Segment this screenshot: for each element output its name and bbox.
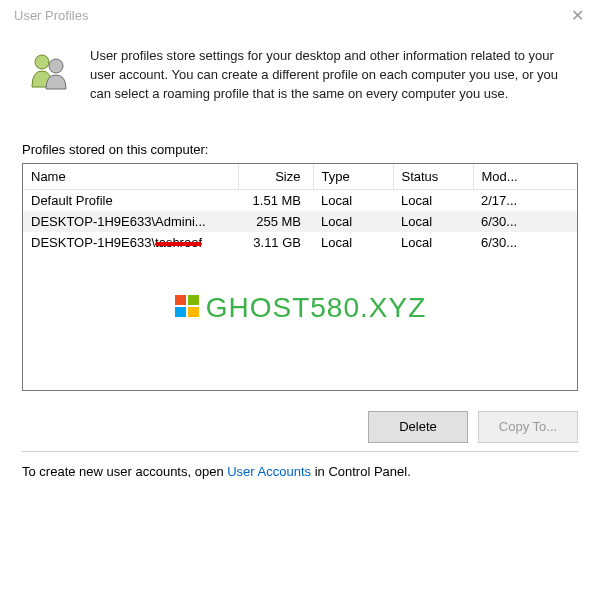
cell-type: Local xyxy=(313,189,393,211)
copy-to-button[interactable]: Copy To... xyxy=(478,411,578,443)
svg-rect-2 xyxy=(175,295,186,305)
cell-name: Default Profile xyxy=(23,189,238,211)
column-header-modified[interactable]: Mod... xyxy=(473,164,577,190)
column-header-type[interactable]: Type xyxy=(313,164,393,190)
cell-modified: 2/17... xyxy=(473,189,577,211)
table-header-row: Name Size Type Status Mod... xyxy=(23,164,577,190)
cell-name-prefix: DESKTOP-1H9E633\ xyxy=(31,235,155,250)
table-row[interactable]: DESKTOP-1H9E633\tashroof 3.11 GB Local L… xyxy=(23,232,577,253)
svg-point-0 xyxy=(35,55,49,69)
profiles-table-container: Name Size Type Status Mod... Default Pro… xyxy=(22,163,578,391)
user-accounts-link[interactable]: User Accounts xyxy=(227,464,311,479)
redacted-username: tashroof xyxy=(155,235,202,250)
svg-rect-3 xyxy=(188,295,199,305)
cell-size: 1.51 MB xyxy=(238,189,313,211)
section-label: Profiles stored on this computer: xyxy=(22,142,578,157)
cell-modified: 6/30... xyxy=(473,211,577,232)
cell-name: DESKTOP-1H9E633\Admini... xyxy=(23,211,238,232)
cell-size: 255 MB xyxy=(238,211,313,232)
description-text: User profiles store settings for your de… xyxy=(90,47,574,104)
cell-size: 3.11 GB xyxy=(238,232,313,253)
button-row: Delete Copy To... xyxy=(22,411,578,443)
table-row[interactable]: DESKTOP-1H9E633\Admini... 255 MB Local L… xyxy=(23,211,577,232)
cell-type: Local xyxy=(313,232,393,253)
column-header-status[interactable]: Status xyxy=(393,164,473,190)
cell-status: Local xyxy=(393,189,473,211)
dialog-content: User profiles store settings for your de… xyxy=(0,29,600,491)
cell-type: Local xyxy=(313,211,393,232)
intro-section: User profiles store settings for your de… xyxy=(22,39,578,124)
cell-modified: 6/30... xyxy=(473,232,577,253)
delete-button[interactable]: Delete xyxy=(368,411,468,443)
titlebar: User Profiles ✕ xyxy=(0,0,600,29)
footer-suffix: in Control Panel. xyxy=(311,464,411,479)
cell-status: Local xyxy=(393,232,473,253)
divider xyxy=(22,451,578,452)
svg-rect-5 xyxy=(188,307,199,317)
column-header-name[interactable]: Name xyxy=(23,164,238,190)
windows-logo-icon xyxy=(174,293,200,322)
profiles-table: Name Size Type Status Mod... Default Pro… xyxy=(23,164,577,253)
close-icon[interactable]: ✕ xyxy=(567,6,588,25)
svg-point-1 xyxy=(49,59,63,73)
footer-prefix: To create new user accounts, open xyxy=(22,464,227,479)
table-row[interactable]: Default Profile 1.51 MB Local Local 2/17… xyxy=(23,189,577,211)
users-icon xyxy=(26,47,74,104)
window-title: User Profiles xyxy=(14,8,88,23)
cell-name: DESKTOP-1H9E633\tashroof xyxy=(23,232,238,253)
watermark-text: GHOST580.XYZ xyxy=(206,292,427,323)
svg-rect-4 xyxy=(175,307,186,317)
watermark: GHOST580.XYZ xyxy=(23,292,577,324)
cell-status: Local xyxy=(393,211,473,232)
footer-text: To create new user accounts, open User A… xyxy=(22,462,578,481)
column-header-size[interactable]: Size xyxy=(238,164,313,190)
